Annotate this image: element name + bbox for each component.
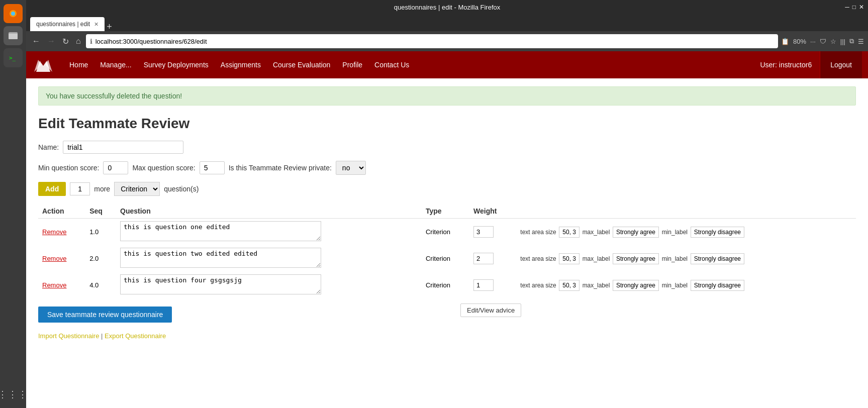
bottom-separator: | [101,332,105,340]
more-label: more [94,185,110,193]
seq-cell: 1.0 [85,219,116,246]
close-btn[interactable]: ✕ [859,4,864,11]
maximize-btn[interactable]: □ [852,4,856,11]
max-score-input[interactable] [200,161,225,174]
import-questionnaire-link[interactable]: Import Questionnaire [38,332,99,340]
max-label-text: max_label [583,255,610,262]
text-area-size-value: 50, 3 [559,253,580,264]
ubuntu-taskbar: >_ ⋮⋮⋮ [0,0,26,348]
question-textarea[interactable]: this is question four gsgsgsjg [120,274,321,294]
min-label-text: min_label [662,282,688,289]
tab-bar: questionnaires | edit ✕ + [26,14,868,31]
app-logo [32,56,54,74]
url-input[interactable] [95,38,774,45]
reload-button[interactable]: ↻ [60,36,71,47]
advice-row: Edit/View advice [460,303,856,317]
menu-icon[interactable]: ☰ [858,38,864,45]
home-button[interactable]: ⌂ [74,36,83,47]
col-seq: Seq [85,204,116,219]
address-bar: ℹ [86,34,778,48]
success-message: You have successfully deleted the questi… [46,92,182,100]
remove-link[interactable]: Remove [42,255,66,262]
weight-input[interactable] [473,226,494,238]
browser-titlebar: questionnaires | edit - Mozilla Firefox … [26,0,868,14]
tab-close-icon[interactable]: ✕ [94,21,99,28]
browser-title: questionnaires | edit - Mozilla Firefox [394,4,500,11]
app-navbar: Home Manage... Survey Deployments Assign… [26,51,868,78]
forward-button[interactable]: → [45,36,57,47]
extra-cell: text area size 50, 3 max_label Strongly … [515,272,856,298]
logout-button[interactable]: Logout [820,51,862,78]
max-label-text: max_label [583,282,610,289]
svg-rect-4 [9,34,18,39]
table-row: Remove 2.0 this is question two edited e… [38,245,856,272]
text-area-size-label: text area size [520,229,556,236]
nav-contact-us[interactable]: Contact Us [369,58,414,72]
taskbar-terminal-icon[interactable]: >_ [4,48,23,67]
question-textarea[interactable]: this is question one edited [120,221,321,241]
nav-survey-deployments[interactable]: Survey Deployments [139,58,214,72]
table-row: Remove 4.0 this is question four gsgsgsj… [38,272,856,298]
questions-table: Action Seq Question Type Weight Remove 1… [38,204,856,298]
add-button[interactable]: Add [38,182,66,196]
text-area-size-value: 50, 3 [559,280,580,291]
weight-input[interactable] [473,279,494,291]
private-label: Is this Teammate Review private: [229,164,332,172]
question-textarea[interactable]: this is question two edited edited [120,248,321,268]
window-controls[interactable]: ─ □ ✕ [845,4,864,11]
taskbar-files-icon[interactable] [4,26,23,45]
min-label-value: Strongly disagree [691,253,744,264]
nav-home[interactable]: Home [64,58,93,72]
zoom-level: 80% [793,38,806,45]
taskbar-firefox-icon[interactable] [4,4,23,23]
nav-course-evaluation[interactable]: Course Evaluation [268,58,335,72]
min-score-label: Min question score: [38,164,99,172]
bookmarks-sidebar-icon[interactable]: ||| [840,38,845,45]
browser-toolbar: ← → ↻ ⌂ ℹ 📋 80% ··· 🛡 ☆ ||| ⧉ ☰ [26,31,868,51]
reader-icon[interactable]: 📋 [781,38,789,45]
remove-link[interactable]: Remove [42,228,66,236]
nav-profile[interactable]: Profile [337,58,367,72]
weight-input[interactable] [473,253,494,264]
save-button[interactable]: Save teammate review questionnaire [38,307,172,323]
col-type: Type [422,204,469,219]
new-tab-button[interactable]: + [107,22,112,31]
info-icon: ℹ [90,38,92,45]
text-area-size-label: text area size [520,255,556,262]
col-weight: Weight [469,204,515,219]
minimize-btn[interactable]: ─ [845,4,849,11]
active-tab[interactable]: questionnaires | edit ✕ [30,17,105,31]
score-row: Min question score: Max question score: … [38,161,856,175]
min-label-text: min_label [662,255,688,262]
text-area-size-label: text area size [520,282,556,289]
name-input[interactable] [63,141,183,154]
back-button[interactable]: ← [30,36,42,47]
col-action: Action [38,204,85,219]
synced-tabs-icon[interactable]: ⧉ [849,37,854,45]
remove-link[interactable]: Remove [42,281,66,289]
min-label-text: min_label [662,229,688,236]
seq-cell: 4.0 [85,272,116,298]
bookmark-icon[interactable]: ☆ [830,38,836,45]
more-tools-icon[interactable]: ··· [810,38,816,45]
edit-view-advice-button[interactable]: Edit/View advice [460,303,521,317]
private-select[interactable]: no yes [336,161,366,175]
more-count-input[interactable] [70,182,90,195]
pocket-icon[interactable]: 🛡 [820,38,826,45]
type-cell: Criterion [422,272,469,298]
nav-manage[interactable]: Manage... [95,58,136,72]
nav-assignments[interactable]: Assignments [216,58,266,72]
question-type-select[interactable]: Criterion Scale Cake [114,182,160,196]
bottom-links: Import Questionnaire | Export Questionna… [38,332,856,340]
logo-image [32,56,54,74]
nav-links: Home Manage... Survey Deployments Assign… [64,58,752,72]
text-area-size-value: 50, 3 [559,227,580,238]
extra-cell: text area size 50, 3 max_label Strongly … [515,245,856,272]
page-title: Edit Teammate Review [38,116,856,132]
min-score-input[interactable] [103,161,128,174]
max-label-value: Strongly agree [613,280,659,291]
add-row: Add more Criterion Scale Cake question(s… [38,182,856,196]
nav-right: User: instructor6 Logout [752,51,862,78]
max-label-value: Strongly agree [613,253,659,264]
export-questionnaire-link[interactable]: Export Questionnaire [105,332,166,340]
